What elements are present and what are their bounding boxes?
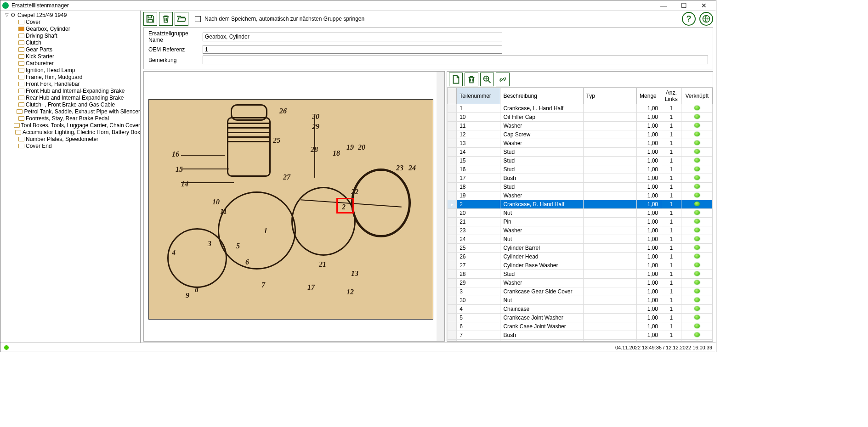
cell-desc[interactable]: Stud — [500, 157, 583, 165]
table-row[interactable]: ▸ 2 Crankcase, R. Hand Half 1,00 1 — [448, 200, 713, 209]
cell-linked[interactable] — [681, 270, 713, 279]
cell-linked[interactable] — [681, 279, 713, 287]
table-row[interactable]: 14 Stud 1,00 1 — [448, 148, 713, 157]
cell-qty[interactable]: 1,00 — [637, 305, 661, 314]
tree-item[interactable]: Gear Parts — [11, 46, 140, 53]
cell-type[interactable] — [583, 113, 637, 122]
cell-linked[interactable] — [681, 130, 713, 139]
cell-links[interactable]: 1 — [661, 191, 681, 200]
cell-type[interactable] — [583, 235, 637, 244]
cell-linked[interactable] — [681, 331, 713, 340]
table-row[interactable]: 26 Cylinder Head 1,00 1 — [448, 253, 713, 261]
cell-qty[interactable]: 1,00 — [637, 296, 661, 305]
cell-linked[interactable] — [681, 314, 713, 322]
parts-grid[interactable]: Teilenummer Beschreibung Typ Menge Anz. … — [447, 88, 713, 341]
cell-num[interactable]: 11 — [457, 122, 500, 130]
cell-linked[interactable] — [681, 235, 713, 244]
cell-links[interactable]: 1 — [661, 322, 681, 331]
web-lookup-button[interactable] — [480, 73, 494, 86]
cell-desc[interactable]: Washer — [500, 122, 583, 130]
cell-num[interactable]: 13 — [457, 139, 500, 148]
cell-qty[interactable]: 1,00 — [637, 113, 661, 122]
table-row[interactable]: 4 Chaincase 1,00 1 — [448, 305, 713, 314]
cell-num[interactable]: 12 — [457, 130, 500, 139]
table-row[interactable]: 19 Washer 1,00 1 — [448, 191, 713, 200]
cell-desc[interactable]: Crankcase Gear Side Cover — [500, 287, 583, 296]
cell-type[interactable] — [583, 165, 637, 174]
name-input[interactable] — [203, 33, 502, 41]
table-row[interactable]: 12 Cap Screw 1,00 1 — [448, 130, 713, 139]
col-teilenummer[interactable]: Teilenummer — [457, 88, 500, 104]
cell-linked[interactable] — [681, 305, 713, 314]
cell-type[interactable] — [583, 122, 637, 130]
diagram-scrollbar[interactable] — [437, 72, 444, 341]
tree-collapse-icon[interactable]: ▽ — [4, 12, 10, 17]
new-part-button[interactable] — [449, 73, 463, 86]
tree-item[interactable]: Carburetter — [11, 60, 140, 67]
cell-linked[interactable] — [681, 340, 713, 342]
cell-linked[interactable] — [681, 209, 713, 218]
cell-num[interactable]: 3 — [457, 287, 500, 296]
cell-qty[interactable]: 1,00 — [637, 148, 661, 157]
tree-item[interactable]: Rear Hub and Internal-Expanding Brake — [11, 94, 140, 101]
cell-desc[interactable]: Crankcase, R. Hand Half — [500, 200, 583, 209]
cell-num[interactable]: 4 — [457, 305, 500, 314]
cell-qty[interactable]: 1,00 — [637, 122, 661, 130]
cell-linked[interactable] — [681, 148, 713, 157]
cell-qty[interactable]: 1,00 — [637, 314, 661, 322]
cell-qty[interactable]: 1,00 — [637, 139, 661, 148]
cell-type[interactable] — [583, 157, 637, 165]
cell-links[interactable]: 1 — [661, 296, 681, 305]
cell-qty[interactable]: 1,00 — [637, 287, 661, 296]
delete-button[interactable] — [159, 12, 173, 26]
cell-type[interactable] — [583, 270, 637, 279]
table-row[interactable]: 28 Stud 1,00 1 — [448, 270, 713, 279]
cell-num[interactable]: 24 — [457, 235, 500, 244]
tree-item[interactable]: Clutch — [11, 39, 140, 46]
cell-type[interactable] — [583, 183, 637, 191]
cell-num[interactable]: 29 — [457, 279, 500, 287]
cell-desc[interactable]: Stud — [500, 183, 583, 191]
cell-num[interactable]: 7 — [457, 331, 500, 340]
cell-qty[interactable]: 1,00 — [637, 235, 661, 244]
cell-links[interactable]: 1 — [661, 244, 681, 253]
tree-item[interactable]: Petrol Tank, Saddle, Exhaust Pipe with S… — [11, 108, 140, 115]
cell-qty[interactable]: 1,00 — [637, 165, 661, 174]
table-row[interactable]: 29 Washer 1,00 1 — [448, 279, 713, 287]
cell-linked[interactable] — [681, 253, 713, 261]
cell-num[interactable]: 21 — [457, 218, 500, 226]
tree-item[interactable]: Tool Boxes, Tools, Luggage Carrier, Chai… — [11, 122, 140, 129]
cell-links[interactable]: 1 — [661, 113, 681, 122]
cell-num[interactable]: 17 — [457, 174, 500, 183]
col-beschreibung[interactable]: Beschreibung — [500, 88, 583, 104]
cell-desc[interactable]: Nut — [500, 209, 583, 218]
cell-links[interactable]: 1 — [661, 270, 681, 279]
cell-links[interactable]: 1 — [661, 209, 681, 218]
cell-links[interactable]: 1 — [661, 183, 681, 191]
cell-linked[interactable] — [681, 287, 713, 296]
cell-qty[interactable]: 1,00 — [637, 270, 661, 279]
cell-linked[interactable] — [681, 191, 713, 200]
col-typ[interactable]: Typ — [583, 88, 637, 104]
cell-links[interactable]: 1 — [661, 331, 681, 340]
cell-links[interactable]: 1 — [661, 279, 681, 287]
open-button[interactable] — [175, 12, 188, 26]
maximize-button[interactable]: ☐ — [674, 1, 694, 10]
cell-linked[interactable] — [681, 165, 713, 174]
cell-links[interactable]: 1 — [661, 340, 681, 342]
cell-qty[interactable]: 1,00 — [637, 104, 661, 113]
cell-desc[interactable]: Crank Case Joint Washer — [500, 322, 583, 331]
cell-links[interactable]: 1 — [661, 122, 681, 130]
cell-linked[interactable] — [681, 174, 713, 183]
cell-num[interactable]: 2 — [457, 200, 500, 209]
table-row[interactable]: 16 Stud 1,00 1 — [448, 165, 713, 174]
table-row[interactable]: 1 Crankcase, L. Hand Half 1,00 1 — [448, 104, 713, 113]
cell-desc[interactable]: Washer — [500, 139, 583, 148]
cell-qty[interactable]: 1,00 — [637, 322, 661, 331]
table-row[interactable]: 6 Crank Case Joint Washer 1,00 1 — [448, 322, 713, 331]
table-row[interactable]: 20 Nut 1,00 1 — [448, 209, 713, 218]
cell-type[interactable] — [583, 340, 637, 342]
cell-qty[interactable]: 1,00 — [637, 174, 661, 183]
cell-num[interactable]: 30 — [457, 296, 500, 305]
cell-desc[interactable]: Oil Filler Cap — [500, 113, 583, 122]
